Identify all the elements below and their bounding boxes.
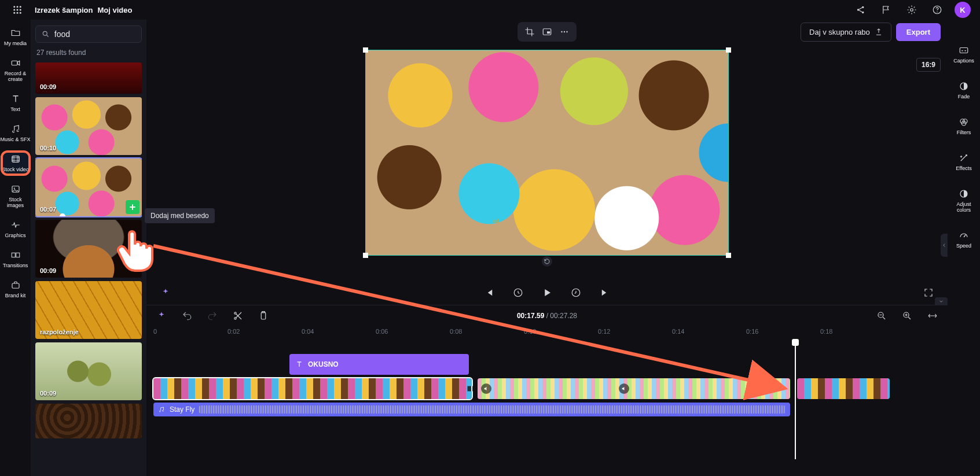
split-button[interactable] [230,308,246,324]
collapse-timeline-button[interactable] [935,297,948,305]
stock-thumb[interactable]: 00:09 [35,62,142,94]
play-button[interactable] [539,285,555,300]
text-icon [295,360,303,368]
rail-fade[interactable]: Fade [950,79,978,102]
resize-handle-br[interactable] [726,253,731,258]
crop-button[interactable] [523,25,536,38]
scrub-knob[interactable] [60,213,65,216]
undo-button[interactable] [179,308,195,324]
rail-effects[interactable]: Effects [950,150,978,174]
export-button[interactable]: Export [896,23,941,41]
settings-button[interactable] [904,2,920,18]
rail-brand-kit[interactable]: Brand kit [2,278,30,301]
stock-thumb[interactable]: razpoloženje [35,281,142,339]
more-button[interactable] [558,25,571,38]
feedback-button[interactable] [878,2,894,18]
fullscreen-button[interactable] [921,285,936,300]
video-clip-2[interactable] [478,378,790,399]
rail-text[interactable]: Text [2,91,30,115]
svg-point-10 [862,6,864,8]
stock-thumb[interactable]: 00:10 [35,97,142,155]
resize-handle-bl[interactable] [363,253,368,258]
fit-timeline-button[interactable] [924,308,941,324]
rail-filters[interactable]: Filters [950,115,978,138]
breadcrumb-app[interactable]: Izrezek šampion [35,6,93,14]
stock-thumb[interactable]: 00:09 [35,342,142,400]
preview-stage[interactable]: ad [365,50,729,256]
share-link-button[interactable] [853,2,869,18]
redo-button[interactable] [204,308,221,324]
grid-icon [12,5,23,15]
rail-speed[interactable]: Speed [950,228,978,251]
rail-record-create[interactable]: Record & create [2,56,30,84]
ai-sparkle-button[interactable] [158,285,173,300]
help-button[interactable] [929,2,945,18]
auto-enhance-button[interactable] [153,308,170,324]
rail-label: Stock video [2,167,29,172]
rail-label: Record & create [5,71,27,82]
svg-point-14 [937,12,938,13]
svg-point-4 [17,9,19,11]
app-menu-button[interactable] [9,2,25,18]
upload-icon [875,28,883,36]
add-to-timeline-button[interactable]: + [126,200,140,214]
rail-adjust-colors[interactable]: Adjust colors [950,186,978,215]
stock-thumb[interactable]: 00:07 + [35,158,142,216]
speaker-icon [483,386,489,392]
resize-handle-tl[interactable] [363,47,368,53]
video-clip-1[interactable] [153,378,472,399]
playback-controls [146,281,948,305]
rail-captions[interactable]: Captions [950,43,978,66]
step-fwd-button[interactable] [568,285,583,300]
rail-music-sfx[interactable]: Music & SFX [2,121,30,145]
share-button[interactable]: Daj v skupno rabo [801,23,891,42]
music-icon [158,406,165,413]
breadcrumb-project[interactable]: Moj video [97,6,132,14]
rail-label: Graphics [5,233,25,238]
contrast-icon [959,189,969,199]
rail-label: Adjust colors [956,201,971,213]
skip-start-button[interactable] [482,285,497,300]
thumb-label: razpoloženje [40,329,79,335]
skip-end-button[interactable] [597,285,612,300]
rail-label: Filters [957,130,971,135]
fit-width-icon [927,311,938,321]
rail-label: Fade [958,94,970,99]
left-rail: My media Record & create Text Music & SF… [0,20,31,476]
play-icon [542,287,552,298]
sparkle-icon [160,287,171,298]
fullscreen-icon [923,287,934,298]
rail-stock-images[interactable]: Stock images [2,182,30,211]
stock-thumb[interactable] [35,404,142,438]
mute-chip[interactable] [619,383,629,394]
audio-clip[interactable]: Stay Fly [153,403,790,416]
magic-icon [959,153,969,163]
svg-point-7 [17,12,19,14]
svg-point-25 [561,31,562,32]
text-clip[interactable]: OKUSNO [289,354,469,375]
zoom-out-icon [876,311,887,321]
redo-icon [207,311,218,321]
zoom-out-button[interactable] [873,308,890,324]
results-count: 27 results found [35,49,142,57]
timeline-ruler[interactable]: 0 0:02 0:04 0:06 0:08 0:10 0:12 0:14 0:1… [153,326,941,339]
avatar[interactable]: K [955,2,971,18]
step-back-button[interactable] [511,285,526,300]
search-input[interactable] [54,29,135,39]
rail-graphics[interactable]: Graphics [2,217,30,241]
resize-handle-tr[interactable] [726,47,731,53]
rail-stock-video[interactable]: Stock video [2,152,30,175]
search-input-wrapper[interactable] [35,25,142,43]
rail-my-media[interactable]: My media [2,25,30,49]
collapse-right-rail-button[interactable] [941,234,948,257]
trash-button[interactable] [255,308,271,324]
pip-button[interactable] [541,25,553,38]
zoom-in-button[interactable] [899,308,915,324]
mute-chip[interactable] [481,383,491,394]
video-clip-3[interactable] [797,378,890,399]
rotate-handle[interactable] [542,256,552,267]
rail-transitions[interactable]: Transitions [2,248,30,271]
transition-chip[interactable] [466,378,478,399]
ellipsis-icon [559,27,570,37]
playhead[interactable] [795,344,796,459]
